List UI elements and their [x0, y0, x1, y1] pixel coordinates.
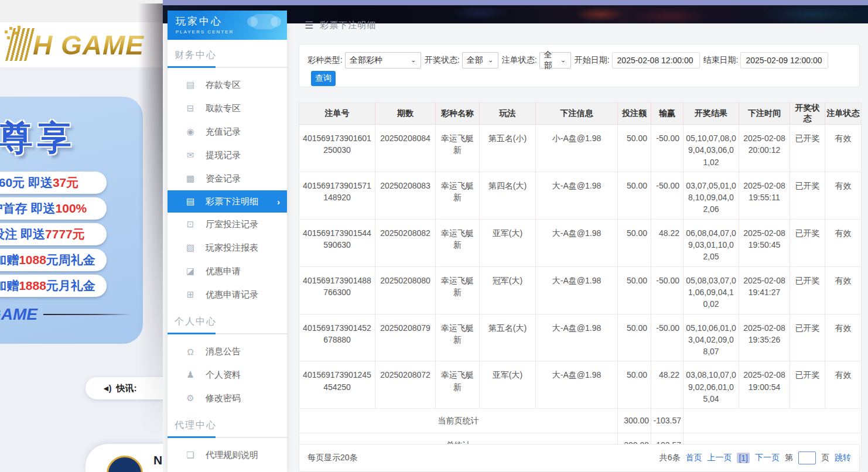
- sidebar-sections: 财务中心▤存款专区⊟取款专区◉充值记录✉提现记录▩资金记录▤彩票下注明细›⊡厅室…: [168, 49, 287, 472]
- jump-button[interactable]: 跳转: [835, 453, 851, 463]
- sidebar-item-个人资料[interactable]: ♟个人资料: [168, 363, 287, 387]
- ticker-label: 快讯:: [117, 383, 137, 394]
- prev-page-link[interactable]: 上一页: [707, 453, 732, 463]
- cell-投注额: 50.00: [618, 172, 651, 219]
- promo-banner[interactable]: 尊享 60元 即送37元户首存 即送100%设注 即送7777元天加赠1088元…: [0, 97, 143, 344]
- sidebar-item-资金记录[interactable]: ▩资金记录: [168, 167, 287, 190]
- promo-pill[interactable]: 天加赠1888元月礼金: [0, 275, 107, 297]
- table-header-row: 注单号期数彩种名称玩法下注信息投注额输赢开奖结果下注时间开奖状态注单状态: [299, 103, 862, 125]
- promo-pill[interactable]: 60元 即送37元: [0, 172, 107, 194]
- cell-开奖状态: 已开奖: [790, 125, 825, 172]
- promo-headline: 尊享: [0, 115, 143, 161]
- filter-panel: 彩种类型: 全部彩种 ⌄ 开奖状态: 全部 ⌄ 注单状态: 全部 ⌄ 开始日期:…: [299, 44, 860, 87]
- cell-期数: 20250208082: [375, 219, 436, 266]
- next-page-link[interactable]: 下一页: [755, 453, 780, 463]
- sidebar-item-存款专区[interactable]: ▤存款专区: [168, 73, 287, 97]
- draw-status-value: 全部: [467, 55, 483, 66]
- cell-注单号: 401569173901544590630: [299, 219, 375, 266]
- user-icon: ♟: [185, 370, 196, 380]
- promo-pill-list: 60元 即送37元户首存 即送100%设注 即送7777元天加赠1088元周礼金…: [0, 172, 143, 297]
- sidebar-item-label: 消息公告: [206, 346, 241, 357]
- lottery-type-select[interactable]: 全部彩种 ⌄: [345, 52, 421, 69]
- column-header: 注单号: [299, 103, 375, 125]
- cell-输赢: 48.22: [651, 219, 684, 266]
- cell-下注时间: 2025-02-08 19:55:11: [739, 172, 790, 219]
- search-button[interactable]: 查询: [311, 71, 336, 86]
- logo-dot-icon: [7, 36, 10, 39]
- draw-status-select[interactable]: 全部 ⌄: [462, 52, 498, 69]
- cell-玩法: 第五名(大): [480, 314, 536, 361]
- cell-投注额: 50.00: [618, 314, 651, 361]
- cell-注单状态: 有效: [825, 219, 862, 266]
- sidebar-item-消息公告[interactable]: Ω消息公告: [168, 340, 287, 363]
- promo-pill[interactable]: 户首存 即送100%: [0, 197, 107, 220]
- cell-下注信息: 小-A盘@1.98: [536, 125, 618, 172]
- sidebar-item-代理规则说明[interactable]: ❏代理规则说明: [168, 443, 287, 467]
- end-date-input[interactable]: [740, 52, 828, 69]
- cell-下注信息: 大-A盘@1.98: [536, 314, 618, 361]
- start-date-input[interactable]: [612, 52, 700, 69]
- cell-开奖结果: 06,08,04,07,09,03,01,10,02,05: [684, 219, 739, 266]
- cell-彩种名称: 幸运飞艇新: [436, 361, 480, 409]
- deposit-card-icon: ▤: [185, 80, 196, 90]
- sidebar-item-取款专区[interactable]: ⊟取款专区: [168, 97, 287, 120]
- sidebar-item-彩票下注明细[interactable]: ▤彩票下注明细›: [168, 190, 287, 213]
- table-row: 40156917390148876630020250208080幸运飞艇新冠军(…: [299, 266, 862, 314]
- promo-pill-text: 7777元: [45, 226, 85, 242]
- pagination-controls: 共6条 首页 上一页 [1] 下一页 第 页 跳转: [659, 452, 851, 464]
- sidebar-item-厅室投注记录[interactable]: ⊡厅室投注记录: [168, 213, 287, 236]
- cell-注单状态: 有效: [825, 266, 862, 314]
- cell-开奖状态: 已开奖: [790, 314, 825, 361]
- sidebar-item-label: 优惠申请记录: [206, 289, 258, 300]
- sidebar-section-label: 财务中心: [175, 49, 287, 61]
- cell-彩种名称: 幸运飞艇新: [436, 219, 480, 266]
- sidebar-item-label: 彩票下注明细: [206, 196, 258, 207]
- cell-下注信息: 大-A盘@1.98: [536, 361, 618, 409]
- first-page-link[interactable]: 首页: [685, 453, 702, 463]
- promo-pill-text: 设注 即送: [0, 226, 45, 242]
- cell-开奖状态: 已开奖: [790, 172, 825, 219]
- logo-dot-icon: [18, 26, 20, 29]
- cell-下注时间: 2025-02-08 19:41:27: [739, 266, 790, 314]
- cell-期数: 20250208084: [375, 125, 436, 172]
- sidebar-item-label: 优惠申请: [206, 266, 241, 277]
- promo-pill[interactable]: 设注 即送7777元: [0, 223, 107, 245]
- promo-pill[interactable]: 天加赠1088元周礼金: [0, 249, 107, 271]
- column-header: 开奖状态: [790, 103, 825, 125]
- sidebar-section-underline: [168, 333, 287, 334]
- promo-records-icon: ⊞: [185, 289, 196, 300]
- promo-pill-text: 60元 即送: [0, 175, 53, 191]
- promo-pill-text: 1088: [19, 253, 46, 267]
- table-row: 40156917390124545425020250208072幸运飞艇新亚军(…: [299, 361, 862, 409]
- sidebar-item-代理团队统计[interactable]: ▦代理团队统计: [168, 467, 287, 472]
- document-icon: ❏: [185, 450, 196, 460]
- column-header: 彩种名称: [436, 103, 480, 125]
- menu-icon[interactable]: ☰: [305, 19, 313, 32]
- jump-suffix-text: 页: [821, 453, 829, 463]
- page-title: 彩票下注明细: [320, 20, 376, 31]
- cell-下注信息: 大-A盘@1.98: [536, 266, 618, 314]
- promo-pill-text: 元月礼金: [46, 278, 95, 294]
- sidebar-item-修改密码[interactable]: ⚙修改密码: [168, 387, 287, 410]
- cell-下注信息: 大-A盘@1.98: [536, 172, 618, 219]
- cell-注单状态: 有效: [825, 361, 862, 409]
- cell-期数: 20250208080: [375, 266, 436, 314]
- cell-开奖状态: 已开奖: [790, 219, 825, 266]
- sidebar-item-充值记录[interactable]: ◉充值记录: [168, 120, 287, 143]
- sidebar-item-label: 代理规则说明: [206, 450, 258, 461]
- sidebar-item-优惠申请记录[interactable]: ⊞优惠申请记录: [168, 283, 287, 306]
- page-jump-input[interactable]: [798, 452, 816, 464]
- cell-彩种名称: 幸运飞艇新: [436, 172, 480, 219]
- sidebar-item-玩家投注报表[interactable]: ▧玩家投注报表: [168, 236, 287, 259]
- bet-status-select[interactable]: 全部 ⌄: [539, 52, 571, 69]
- sidebar-item-提现记录[interactable]: ✉提现记录: [168, 143, 287, 167]
- cell-开奖结果: 03,07,05,01,08,10,09,04,02,06: [684, 172, 739, 219]
- sidebar-section-underline: [168, 437, 287, 438]
- sidebar-item-优惠申请[interactable]: ◪优惠申请: [168, 259, 287, 283]
- cell-下注时间: 2025-02-08 19:50:45: [739, 219, 790, 266]
- gamepad-icon: [251, 14, 278, 29]
- cell-下注时间: 2025-02-08 19:35:26: [739, 314, 790, 361]
- cell-期数: 20250208072: [375, 361, 436, 409]
- sidebar-item-label: 资金记录: [206, 173, 241, 184]
- promo-footer-logo: H GAME: [0, 305, 143, 324]
